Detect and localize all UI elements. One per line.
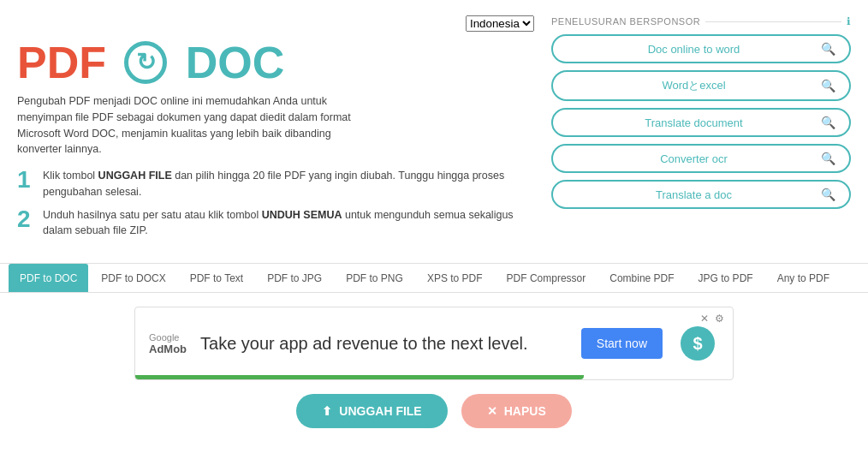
- tab-jpg-to-pdf[interactable]: JPG to PDF: [687, 264, 764, 292]
- sponsored-item-3[interactable]: Converter ocr 🔍: [551, 144, 851, 173]
- search-icon-2: 🔍: [821, 116, 835, 129]
- ad-start-button[interactable]: Start now: [581, 328, 663, 359]
- sponsored-label-text: PENELUSURAN BERSPONSOR: [551, 16, 700, 27]
- delete-button[interactable]: ✕ HAPUS: [461, 394, 572, 428]
- logo-to-icon: [110, 41, 182, 84]
- step-1-text: Klik tombol UNGGAH FILE dan pilih hingga…: [43, 168, 534, 200]
- tab-pdf-to-docx[interactable]: PDF to DOCX: [90, 264, 176, 292]
- tab-combine-pdf[interactable]: Combine PDF: [598, 264, 685, 292]
- sponsored-item-4[interactable]: Translate a doc 🔍: [551, 180, 851, 209]
- sponsored-item-1-text: Wordとexcel: [567, 78, 821, 93]
- ad-banner: ✕ ⚙ Google AdMob Take your app ad revenu…: [134, 307, 734, 380]
- upload-area: ⬆ UNGGAH FILE ✕ HAPUS: [17, 394, 851, 428]
- delete-label: HAPUS: [504, 404, 546, 418]
- step-2-number: 2: [17, 207, 34, 231]
- site-description: Pengubah PDF menjadi DOC online ini memu…: [17, 93, 360, 158]
- sponsored-item-1[interactable]: Wordとexcel 🔍: [551, 70, 851, 101]
- tabs-bar: PDF to DOC PDF to DOCX PDF to Text PDF t…: [0, 263, 868, 293]
- sponsored-item-0[interactable]: Doc online to word 🔍: [551, 34, 851, 63]
- sponsored-item-3-text: Converter ocr: [567, 152, 821, 165]
- sponsored-item-0-text: Doc online to word: [567, 43, 821, 56]
- tab-pdf-to-doc[interactable]: PDF to DOC: [9, 264, 88, 292]
- ad-logo: Google AdMob: [149, 332, 187, 355]
- ad-progress-bar: [135, 375, 584, 379]
- logo: PDF DOC: [17, 40, 534, 85]
- sponsored-item-4-text: Translate a doc: [567, 188, 821, 201]
- ad-admob-label: AdMob: [149, 343, 187, 355]
- sponsored-info-icon[interactable]: ℹ: [847, 15, 851, 27]
- steps-list: 1 Klik tombol UNGGAH FILE dan pilih hing…: [17, 168, 534, 239]
- ad-text: Take your app ad revenue to the next lev…: [200, 334, 568, 354]
- tab-pdf-to-text[interactable]: PDF to Text: [179, 264, 254, 292]
- step-1: 1 Klik tombol UNGGAH FILE dan pilih hing…: [17, 168, 534, 200]
- tab-xps-to-pdf[interactable]: XPS to PDF: [416, 264, 494, 292]
- language-dropdown[interactable]: Indonesia English Français Deutsch Españ…: [466, 15, 534, 32]
- step-2-text: Unduh hasilnya satu per satu atau klik t…: [43, 207, 534, 240]
- search-icon-0: 🔍: [821, 42, 835, 56]
- tab-any-to-pdf[interactable]: Any to PDF: [766, 264, 841, 292]
- upload-label: UNGGAH FILE: [339, 404, 421, 418]
- search-icon-4: 🔍: [821, 188, 835, 201]
- search-icon-3: 🔍: [821, 152, 835, 165]
- logo-pdf: PDF: [17, 40, 106, 85]
- sponsored-item-2-text: Translate document: [567, 116, 821, 129]
- language-selector[interactable]: Indonesia English Français Deutsch Españ…: [466, 15, 534, 32]
- upload-button[interactable]: ⬆ UNGGAH FILE: [296, 394, 447, 428]
- step-2: 2 Unduh hasilnya satu per satu atau klik…: [17, 207, 534, 240]
- tab-pdf-to-png[interactable]: PDF to PNG: [335, 264, 414, 292]
- ad-close-button[interactable]: ✕: [700, 313, 709, 325]
- ad-settings-button[interactable]: ⚙: [715, 313, 724, 325]
- ad-icon: $: [676, 318, 719, 369]
- tab-pdf-compressor[interactable]: PDF Compressor: [496, 264, 597, 292]
- step-1-number: 1: [17, 168, 34, 192]
- tab-pdf-to-jpg[interactable]: PDF to JPG: [256, 264, 333, 292]
- sponsored-item-2[interactable]: Translate document 🔍: [551, 108, 851, 137]
- main-content: ✕ ⚙ Google AdMob Take your app ad revenu…: [0, 293, 868, 442]
- sponsored-divider: [705, 21, 841, 22]
- logo-doc: DOC: [186, 40, 285, 85]
- delete-icon: ✕: [487, 404, 497, 418]
- ad-google-label: Google: [149, 332, 187, 343]
- search-icon-1: 🔍: [821, 79, 835, 92]
- upload-icon: ⬆: [322, 404, 332, 418]
- sponsored-section: PENELUSURAN BERSPONSOR ℹ Doc online to w…: [551, 15, 851, 246]
- dollar-icon: $: [681, 326, 715, 361]
